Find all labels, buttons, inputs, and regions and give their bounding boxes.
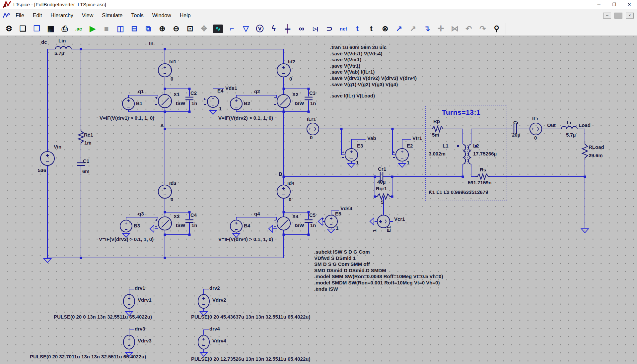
menu-file[interactable]: File <box>11 9 29 22</box>
esource-E2[interactable] <box>396 149 408 161</box>
voltage-source-Vdrv2[interactable] <box>198 294 209 308</box>
transformer-core <box>466 145 468 163</box>
halt-icon[interactable]: ■ <box>100 23 113 34</box>
switch-X2[interactable] <box>277 94 290 108</box>
redo-icon[interactable]: ↷ <box>476 23 490 34</box>
current-source-Id3[interactable] <box>158 185 172 198</box>
netlist-icon[interactable]: net <box>336 23 350 34</box>
drag-icon[interactable]: ↴ <box>420 23 434 34</box>
label-net-icon[interactable]: ⓥ <box>253 23 267 34</box>
paste-icon[interactable]: ↗ <box>406 23 420 34</box>
toolbar-divider <box>506 23 506 34</box>
move-icon[interactable]: ✛ <box>434 23 448 34</box>
zoom-full-extents-icon[interactable]: ⊡ <box>183 23 197 34</box>
minimize-button[interactable]: ─ <box>591 0 606 9</box>
restore-button[interactable]: ❐ <box>606 0 622 9</box>
current-source-Id4[interactable] <box>277 185 290 198</box>
polarity-marks <box>46 66 538 345</box>
voltage-source-Vdrv1[interactable] <box>123 294 135 308</box>
run-icon[interactable]: ▶ <box>86 23 100 34</box>
window-title: LTspice - [FullBridgeInverter_LTSpice.as… <box>13 2 106 7</box>
schematic-drawing <box>0 0 637 364</box>
zoom-in-icon[interactable]: ⊕ <box>155 23 169 34</box>
place-text-icon[interactable]: t <box>350 23 364 34</box>
resistors[interactable] <box>78 126 588 199</box>
l2-phase-dot <box>475 145 477 147</box>
wire-cell-x1[interactable] <box>128 89 189 112</box>
spice-directive-icon[interactable]: t <box>364 23 378 34</box>
menu-bar: FileEditHierarchyViewSimulateToolsWindow… <box>0 9 637 22</box>
l1-phase-dot <box>457 145 459 147</box>
title-bar: LTspice - [FullBridgeInverter_LTSpice.as… <box>0 0 637 9</box>
cascade-windows-icon[interactable]: ⧉ <box>141 23 155 34</box>
ltspice-logo-icon <box>3 1 11 8</box>
view-waveform-icon[interactable]: ∿ <box>211 23 225 34</box>
voltage-source-Vdrv4[interactable] <box>198 335 209 349</box>
mirror-icon[interactable]: ⋈ <box>448 23 462 34</box>
child-close-button[interactable]: ✕ <box>626 13 634 19</box>
menu-view[interactable]: View <box>78 9 98 22</box>
wire-e1[interactable] <box>375 197 393 221</box>
wire-cell-x2[interactable] <box>236 89 309 112</box>
open-file-icon[interactable]: ❒ <box>30 23 44 34</box>
child-window-controls: ─✕ <box>603 13 634 19</box>
voltage-source-Vdrv3[interactable] <box>123 335 135 349</box>
pan-icon[interactable]: ✥ <box>197 23 211 34</box>
child-minimize-button[interactable]: ─ <box>603 13 611 19</box>
esource-E1[interactable] <box>377 215 390 228</box>
place-diode-icon[interactable]: ▷| <box>309 23 322 34</box>
wire-a-rail[interactable] <box>165 129 463 177</box>
menu-window[interactable]: Window <box>148 9 176 22</box>
save-icon[interactable]: ▦ <box>44 23 58 34</box>
place-component-icon[interactable]: ⊃ <box>322 23 336 34</box>
copy-icon[interactable]: ↗ <box>392 23 406 34</box>
find-icon[interactable]: ⚲ <box>490 23 504 34</box>
wire-e4[interactable] <box>213 88 224 110</box>
place-capacitor-icon[interactable]: ╪ <box>281 23 295 34</box>
wire-drivers[interactable] <box>129 289 209 352</box>
transformer-boundary-box <box>426 105 507 201</box>
inductors[interactable] <box>55 46 577 164</box>
wire-cell-x3[interactable] <box>126 212 189 235</box>
place-ground-icon[interactable]: ▽ <box>239 23 253 34</box>
schematic-wires[interactable] <box>47 49 585 352</box>
tile-vertically-icon[interactable]: ◫ <box>113 23 127 34</box>
child-restore-button[interactable] <box>614 13 622 19</box>
new-schematic-icon[interactable]: ❏ <box>16 23 30 34</box>
place-inductor-icon[interactable]: ∞ <box>295 23 309 34</box>
current-source-Id1[interactable] <box>158 64 172 77</box>
zoom-out-icon[interactable]: ⊖ <box>169 23 183 34</box>
menu-hierarchy[interactable]: Hierarchy <box>46 9 77 22</box>
menu-help[interactable]: Help <box>176 9 195 22</box>
tile-horizontally-icon[interactable]: ⊟ <box>127 23 141 34</box>
wire-secondary[interactable] <box>471 129 585 228</box>
switch-X1[interactable] <box>158 94 172 108</box>
switch-X4[interactable] <box>277 217 290 230</box>
draw-wire-icon[interactable]: ⌐ <box>225 23 239 34</box>
window-controls: ─❐✕ <box>591 0 637 9</box>
control-panel-icon[interactable]: ⚙ <box>2 23 16 34</box>
menu-simulate[interactable]: Simulate <box>98 9 127 22</box>
esource-E5[interactable] <box>325 215 337 228</box>
schematic-doc-icon <box>3 12 10 19</box>
edit-simulation-cmd-icon[interactable]: .ac <box>72 23 86 34</box>
switch-X3[interactable] <box>158 217 172 230</box>
menu-edit[interactable]: Edit <box>29 9 46 22</box>
switch-levers <box>155 97 288 227</box>
current-source-Id2[interactable] <box>277 64 290 77</box>
toolbar: ⚙❏❒▦⎙.ac▶■◫⊟⧉⊕⊖⊡✥∿⌐▽ⓥϟ╪∞▷|⊃nettt⊗↗↗↴✛⋈↶↷… <box>0 22 637 36</box>
place-resistor-icon[interactable]: ϟ <box>267 23 281 34</box>
undo-icon[interactable]: ↶ <box>462 23 476 34</box>
wire-e3[interactable] <box>341 129 366 163</box>
delete-icon[interactable]: ⊗ <box>378 23 392 34</box>
print-icon[interactable]: ⎙ <box>58 23 72 34</box>
voltage-source-Vin[interactable] <box>40 152 54 165</box>
esource-E3[interactable] <box>345 149 358 161</box>
capacitors[interactable] <box>77 97 517 222</box>
menu-tools[interactable]: Tools <box>127 9 148 22</box>
close-button[interactable]: ✕ <box>622 0 637 9</box>
